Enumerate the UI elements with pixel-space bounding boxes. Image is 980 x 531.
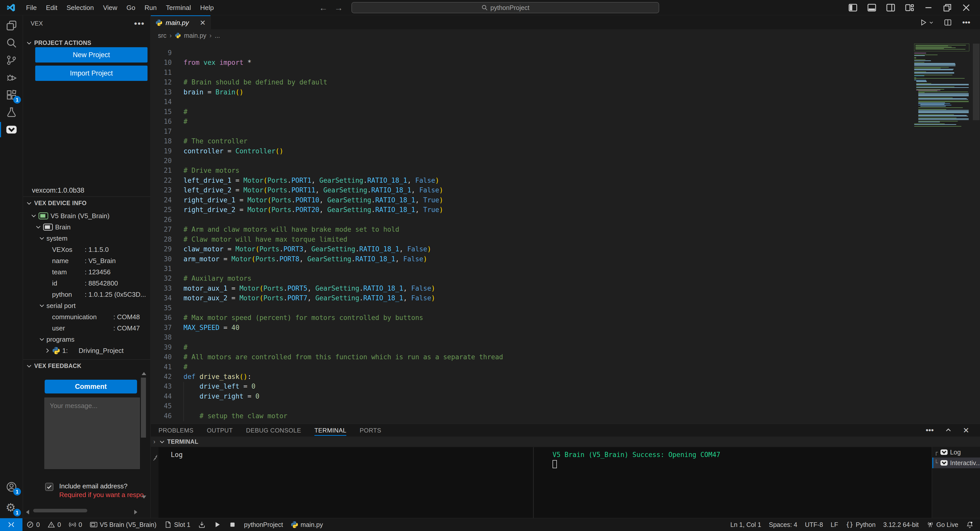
menu-edit[interactable]: Edit [41, 0, 62, 15]
scroll-left-arrow[interactable] [26, 510, 29, 514]
chevron-right-icon[interactable]: › [153, 438, 156, 445]
tree-item-programs[interactable]: programs [23, 334, 150, 345]
menu-run[interactable]: Run [140, 0, 161, 15]
split-editor-icon[interactable] [944, 18, 952, 27]
panel-tab-debug-console[interactable]: DEBUG CONSOLE [246, 424, 301, 437]
sidebar-horizontal-scrollbar[interactable] [33, 509, 87, 512]
activity-testing[interactable] [0, 103, 23, 121]
tab-close-icon[interactable]: ✕ [200, 19, 206, 27]
status-slot-1[interactable]: Slot 1 [160, 518, 194, 531]
menu-view[interactable]: View [99, 0, 122, 15]
minimize-button[interactable] [923, 3, 934, 13]
activity-accounts[interactable]: 1 [0, 478, 23, 496]
comment-button[interactable]: Comment [45, 380, 137, 393]
menu-terminal[interactable]: Terminal [161, 0, 196, 15]
status-ln-1-col-1[interactable]: Ln 1, Col 1 [727, 518, 765, 531]
nav-back-button[interactable]: ← [319, 3, 328, 13]
status-lf[interactable]: LF [827, 518, 842, 531]
code-editor[interactable]: 910from vex import *1112# Brain should b… [151, 41, 980, 424]
breadcrumb-symbol[interactable]: ... [215, 32, 220, 39]
activity-run-and-debug[interactable] [0, 69, 23, 86]
status-0[interactable]: 0 [22, 518, 44, 531]
panel-tab-ports[interactable]: PORTS [360, 424, 381, 437]
panel-tab-output[interactable]: OUTPUT [207, 424, 233, 437]
activity-search[interactable] [0, 34, 23, 52]
status-0[interactable]: A0 [65, 518, 86, 531]
import-project-button[interactable]: Import Project [35, 65, 148, 81]
tree-item-communication[interactable]: communication: COM48 [23, 311, 150, 323]
breadcrumb[interactable]: src › main.py › ... [151, 29, 980, 41]
close-button[interactable] [961, 3, 971, 13]
command-center-search[interactable]: pythonProject [352, 2, 659, 13]
activity-source-control[interactable] [0, 52, 23, 69]
terminal-list-divider[interactable] [932, 447, 932, 518]
section-vex-device-info[interactable]: VEX DEVICE INFO [23, 197, 150, 209]
menu-selection[interactable]: Selection [62, 0, 99, 15]
tree-item-user[interactable]: user: COM47 [23, 323, 150, 334]
terminal-list-item-interactiv-[interactable]: └Interactiv... [932, 458, 980, 468]
panel-tab-terminal[interactable]: TERMINAL [314, 424, 346, 437]
toggle-panel-icon[interactable] [867, 3, 877, 13]
run-python-file-icon[interactable] [919, 18, 934, 27]
status-bell[interactable] [962, 518, 977, 531]
editor-scrollbar[interactable] [973, 44, 980, 120]
activity-vex[interactable] [0, 121, 23, 138]
terminal-list-item-log[interactable]: ┌Log [932, 447, 980, 458]
status-stop[interactable] [225, 518, 240, 531]
feedback-message-input[interactable] [45, 397, 140, 469]
status-v5-brain-v5-brain[interactable]: V5 Brain (V5_Brain) [86, 518, 160, 531]
tab-main-py[interactable]: main.py ✕ [151, 15, 210, 29]
tree-item-name[interactable]: name: V5_Brain [23, 255, 150, 266]
terminal-section-header[interactable]: › TERMINAL [151, 437, 980, 447]
terminal-pane-interactive[interactable]: V5 Brain (V5_Brain) Success: Opening COM… [534, 447, 932, 518]
minimap[interactable] [914, 44, 972, 127]
scroll-right-arrow[interactable] [134, 510, 137, 514]
status-utf-8[interactable]: UTF-8 [801, 518, 827, 531]
toggle-secondary-sidebar-icon[interactable] [886, 3, 896, 13]
tree-item-id[interactable]: id: 88542800 [23, 278, 150, 289]
status-go-live[interactable]: Go Live [923, 518, 962, 531]
restore-button[interactable] [942, 3, 953, 13]
panel-more-actions-icon[interactable]: ••• [926, 426, 934, 434]
remote-indicator[interactable] [0, 518, 22, 531]
status-play[interactable] [210, 518, 225, 531]
activity-extensions[interactable]: 1 [0, 86, 23, 103]
status-0[interactable]: 0 [44, 518, 65, 531]
status-main-py[interactable]: main.py [287, 518, 327, 531]
status-spaces-4[interactable]: Spaces: 4 [765, 518, 801, 531]
breadcrumb-src[interactable]: src [158, 32, 166, 39]
scroll-up-arrow[interactable] [142, 372, 146, 375]
new-project-button[interactable]: New Project [35, 47, 148, 62]
terminal-pane-log[interactable]: Log [159, 447, 533, 518]
status-3-12-2-64-bit[interactable]: 3.12.2 64-bit [880, 518, 923, 531]
menu-file[interactable]: File [21, 0, 41, 15]
tree-item-serial-port[interactable]: serial port [23, 300, 150, 311]
include-email-checkbox[interactable] [45, 483, 53, 491]
menu-help[interactable]: Help [196, 0, 218, 15]
breadcrumb-file[interactable]: main.py [184, 32, 207, 39]
tree-item-system[interactable]: system [23, 233, 150, 244]
sidebar-vertical-scrollbar[interactable] [141, 378, 146, 437]
nav-forward-button[interactable]: → [334, 3, 343, 13]
section-project-actions[interactable]: PROJECT ACTIONS [23, 37, 150, 48]
panel-tab-problems[interactable]: PROBLEMS [159, 424, 193, 437]
tree-item-team[interactable]: team: 123456 [23, 266, 150, 278]
panel-close-icon[interactable]: ✕ [963, 426, 969, 435]
activity-settings[interactable]: ⚙1 [0, 499, 23, 517]
status-download[interactable] [194, 518, 210, 531]
tree-item-python[interactable]: python: 1.0.1.25 (0x5C3D... [23, 289, 150, 300]
tree-item-1-[interactable]: 1:Driving_Project [23, 345, 150, 356]
panel-maximize-icon[interactable] [945, 427, 952, 434]
editor-more-actions-icon[interactable]: ••• [962, 18, 970, 27]
status-python[interactable]: {}Python [842, 518, 880, 531]
tree-item-vexos[interactable]: VEXos: 1.1.5.0 [23, 244, 150, 255]
customize-layout-icon[interactable] [904, 3, 915, 13]
tree-item-brain[interactable]: Brain [23, 221, 150, 233]
toggle-sidebar-icon[interactable] [848, 3, 858, 13]
activity-explorer[interactable] [0, 17, 23, 34]
menu-go[interactable]: Go [122, 0, 140, 15]
section-vex-feedback[interactable]: VEX FEEDBACK [23, 360, 150, 372]
scroll-down-arrow[interactable] [142, 496, 146, 499]
status-pythonproject[interactable]: pythonProject [240, 518, 287, 531]
tree-item-v5-brain-v5-brain-[interactable]: V5 Brain (V5_Brain) [23, 210, 150, 221]
